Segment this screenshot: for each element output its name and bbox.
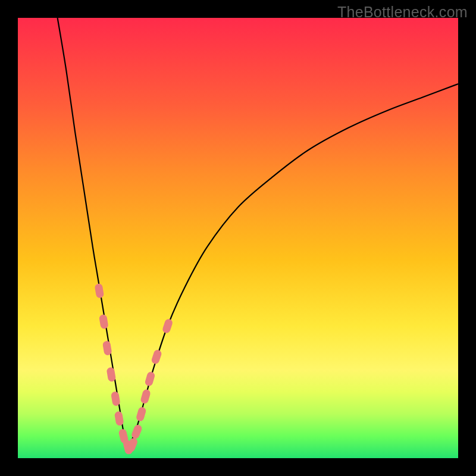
data-marker <box>95 283 105 299</box>
data-marker <box>102 340 112 356</box>
right-branch-curve <box>128 84 458 449</box>
svg-rect-12 <box>144 371 155 387</box>
data-marker <box>140 389 151 405</box>
svg-rect-11 <box>140 389 151 405</box>
svg-rect-5 <box>114 411 124 426</box>
left-branch-curve <box>58 18 128 449</box>
svg-rect-2 <box>102 340 112 356</box>
data-marker <box>151 349 162 365</box>
data-marker <box>162 318 174 334</box>
svg-rect-14 <box>162 318 174 334</box>
data-marker <box>99 314 109 330</box>
svg-rect-13 <box>151 349 162 365</box>
marker-layer <box>95 283 174 455</box>
svg-rect-3 <box>107 367 117 382</box>
data-marker <box>136 406 147 422</box>
svg-rect-4 <box>111 391 121 406</box>
data-marker <box>144 371 155 387</box>
curve-layer <box>18 18 458 458</box>
data-marker <box>107 367 117 382</box>
svg-rect-0 <box>95 283 105 299</box>
svg-rect-10 <box>136 406 147 422</box>
svg-rect-1 <box>99 314 109 330</box>
data-marker <box>111 391 121 406</box>
watermark-text: TheBottleneck.com <box>337 4 468 21</box>
plot-area <box>18 18 458 458</box>
chart-frame: TheBottleneck.com <box>0 0 476 476</box>
data-marker <box>114 411 124 426</box>
